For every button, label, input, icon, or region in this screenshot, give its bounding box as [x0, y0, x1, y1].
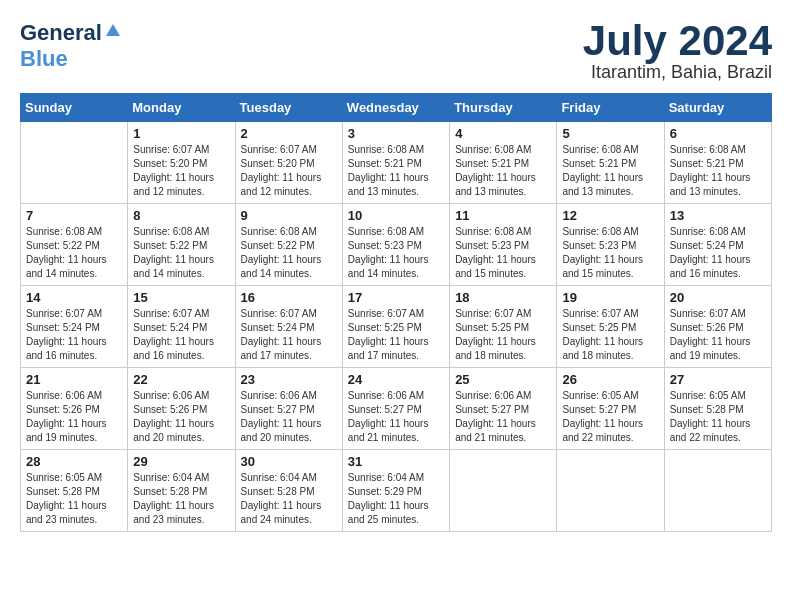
day-info: Sunrise: 6:08 AM Sunset: 5:22 PM Dayligh…	[241, 225, 337, 281]
day-info: Sunrise: 6:05 AM Sunset: 5:28 PM Dayligh…	[670, 389, 766, 445]
calendar-cell: 31Sunrise: 6:04 AM Sunset: 5:29 PM Dayli…	[342, 450, 449, 532]
day-number: 13	[670, 208, 766, 223]
calendar-cell: 26Sunrise: 6:05 AM Sunset: 5:27 PM Dayli…	[557, 368, 664, 450]
day-number: 5	[562, 126, 658, 141]
calendar-cell: 28Sunrise: 6:05 AM Sunset: 5:28 PM Dayli…	[21, 450, 128, 532]
day-info: Sunrise: 6:08 AM Sunset: 5:24 PM Dayligh…	[670, 225, 766, 281]
weekday-header: Wednesday	[342, 94, 449, 122]
day-number: 9	[241, 208, 337, 223]
day-info: Sunrise: 6:08 AM Sunset: 5:22 PM Dayligh…	[26, 225, 122, 281]
day-info: Sunrise: 6:07 AM Sunset: 5:26 PM Dayligh…	[670, 307, 766, 363]
day-info: Sunrise: 6:08 AM Sunset: 5:21 PM Dayligh…	[348, 143, 444, 199]
weekday-header: Saturday	[664, 94, 771, 122]
logo-icon	[104, 22, 122, 40]
weekday-header: Monday	[128, 94, 235, 122]
day-number: 26	[562, 372, 658, 387]
day-info: Sunrise: 6:07 AM Sunset: 5:24 PM Dayligh…	[241, 307, 337, 363]
calendar-cell: 9Sunrise: 6:08 AM Sunset: 5:22 PM Daylig…	[235, 204, 342, 286]
logo-text-general: General	[20, 20, 102, 46]
calendar-cell	[557, 450, 664, 532]
calendar-cell: 5Sunrise: 6:08 AM Sunset: 5:21 PM Daylig…	[557, 122, 664, 204]
day-number: 12	[562, 208, 658, 223]
day-number: 18	[455, 290, 551, 305]
logo-text-blue: Blue	[20, 46, 68, 71]
day-info: Sunrise: 6:08 AM Sunset: 5:23 PM Dayligh…	[562, 225, 658, 281]
day-number: 28	[26, 454, 122, 469]
day-number: 25	[455, 372, 551, 387]
calendar-cell: 17Sunrise: 6:07 AM Sunset: 5:25 PM Dayli…	[342, 286, 449, 368]
day-number: 16	[241, 290, 337, 305]
calendar-cell: 18Sunrise: 6:07 AM Sunset: 5:25 PM Dayli…	[450, 286, 557, 368]
day-info: Sunrise: 6:05 AM Sunset: 5:28 PM Dayligh…	[26, 471, 122, 527]
calendar-cell: 23Sunrise: 6:06 AM Sunset: 5:27 PM Dayli…	[235, 368, 342, 450]
day-info: Sunrise: 6:07 AM Sunset: 5:20 PM Dayligh…	[241, 143, 337, 199]
calendar-cell	[664, 450, 771, 532]
calendar-table: SundayMondayTuesdayWednesdayThursdayFrid…	[20, 93, 772, 532]
calendar-cell: 15Sunrise: 6:07 AM Sunset: 5:24 PM Dayli…	[128, 286, 235, 368]
weekday-header: Sunday	[21, 94, 128, 122]
calendar-cell: 21Sunrise: 6:06 AM Sunset: 5:26 PM Dayli…	[21, 368, 128, 450]
day-info: Sunrise: 6:07 AM Sunset: 5:24 PM Dayligh…	[26, 307, 122, 363]
calendar-cell: 6Sunrise: 6:08 AM Sunset: 5:21 PM Daylig…	[664, 122, 771, 204]
calendar-cell: 8Sunrise: 6:08 AM Sunset: 5:22 PM Daylig…	[128, 204, 235, 286]
weekday-header: Thursday	[450, 94, 557, 122]
calendar-cell: 12Sunrise: 6:08 AM Sunset: 5:23 PM Dayli…	[557, 204, 664, 286]
day-info: Sunrise: 6:06 AM Sunset: 5:26 PM Dayligh…	[26, 389, 122, 445]
day-info: Sunrise: 6:08 AM Sunset: 5:22 PM Dayligh…	[133, 225, 229, 281]
day-number: 31	[348, 454, 444, 469]
day-info: Sunrise: 6:08 AM Sunset: 5:23 PM Dayligh…	[348, 225, 444, 281]
day-number: 19	[562, 290, 658, 305]
day-number: 20	[670, 290, 766, 305]
day-number: 3	[348, 126, 444, 141]
calendar-cell: 11Sunrise: 6:08 AM Sunset: 5:23 PM Dayli…	[450, 204, 557, 286]
day-info: Sunrise: 6:08 AM Sunset: 5:21 PM Dayligh…	[562, 143, 658, 199]
day-info: Sunrise: 6:04 AM Sunset: 5:29 PM Dayligh…	[348, 471, 444, 527]
calendar-week-row: 14Sunrise: 6:07 AM Sunset: 5:24 PM Dayli…	[21, 286, 772, 368]
day-number: 7	[26, 208, 122, 223]
day-info: Sunrise: 6:08 AM Sunset: 5:21 PM Dayligh…	[455, 143, 551, 199]
calendar-cell: 7Sunrise: 6:08 AM Sunset: 5:22 PM Daylig…	[21, 204, 128, 286]
calendar-cell: 19Sunrise: 6:07 AM Sunset: 5:25 PM Dayli…	[557, 286, 664, 368]
logo: General Blue	[20, 20, 122, 72]
day-number: 30	[241, 454, 337, 469]
calendar-cell	[21, 122, 128, 204]
day-number: 17	[348, 290, 444, 305]
day-info: Sunrise: 6:04 AM Sunset: 5:28 PM Dayligh…	[133, 471, 229, 527]
calendar-cell: 3Sunrise: 6:08 AM Sunset: 5:21 PM Daylig…	[342, 122, 449, 204]
day-info: Sunrise: 6:07 AM Sunset: 5:25 PM Dayligh…	[348, 307, 444, 363]
calendar-week-row: 21Sunrise: 6:06 AM Sunset: 5:26 PM Dayli…	[21, 368, 772, 450]
day-number: 8	[133, 208, 229, 223]
day-number: 15	[133, 290, 229, 305]
calendar-week-row: 28Sunrise: 6:05 AM Sunset: 5:28 PM Dayli…	[21, 450, 772, 532]
calendar-cell: 4Sunrise: 6:08 AM Sunset: 5:21 PM Daylig…	[450, 122, 557, 204]
day-number: 21	[26, 372, 122, 387]
day-info: Sunrise: 6:07 AM Sunset: 5:20 PM Dayligh…	[133, 143, 229, 199]
day-number: 29	[133, 454, 229, 469]
day-info: Sunrise: 6:06 AM Sunset: 5:26 PM Dayligh…	[133, 389, 229, 445]
calendar-cell: 10Sunrise: 6:08 AM Sunset: 5:23 PM Dayli…	[342, 204, 449, 286]
calendar-cell: 13Sunrise: 6:08 AM Sunset: 5:24 PM Dayli…	[664, 204, 771, 286]
day-info: Sunrise: 6:08 AM Sunset: 5:23 PM Dayligh…	[455, 225, 551, 281]
day-number: 10	[348, 208, 444, 223]
calendar-cell: 22Sunrise: 6:06 AM Sunset: 5:26 PM Dayli…	[128, 368, 235, 450]
day-number: 27	[670, 372, 766, 387]
day-number: 1	[133, 126, 229, 141]
day-info: Sunrise: 6:06 AM Sunset: 5:27 PM Dayligh…	[455, 389, 551, 445]
day-info: Sunrise: 6:06 AM Sunset: 5:27 PM Dayligh…	[241, 389, 337, 445]
day-number: 14	[26, 290, 122, 305]
day-number: 24	[348, 372, 444, 387]
title-area: July 2024 Itarantim, Bahia, Brazil	[583, 20, 772, 83]
page-header: General Blue July 2024 Itarantim, Bahia,…	[20, 20, 772, 83]
day-info: Sunrise: 6:05 AM Sunset: 5:27 PM Dayligh…	[562, 389, 658, 445]
calendar-cell	[450, 450, 557, 532]
day-info: Sunrise: 6:08 AM Sunset: 5:21 PM Dayligh…	[670, 143, 766, 199]
weekday-header: Friday	[557, 94, 664, 122]
calendar-cell: 24Sunrise: 6:06 AM Sunset: 5:27 PM Dayli…	[342, 368, 449, 450]
svg-marker-0	[106, 24, 120, 36]
calendar-cell: 30Sunrise: 6:04 AM Sunset: 5:28 PM Dayli…	[235, 450, 342, 532]
day-info: Sunrise: 6:04 AM Sunset: 5:28 PM Dayligh…	[241, 471, 337, 527]
calendar-cell: 14Sunrise: 6:07 AM Sunset: 5:24 PM Dayli…	[21, 286, 128, 368]
day-number: 6	[670, 126, 766, 141]
day-info: Sunrise: 6:07 AM Sunset: 5:25 PM Dayligh…	[455, 307, 551, 363]
calendar-cell: 27Sunrise: 6:05 AM Sunset: 5:28 PM Dayli…	[664, 368, 771, 450]
